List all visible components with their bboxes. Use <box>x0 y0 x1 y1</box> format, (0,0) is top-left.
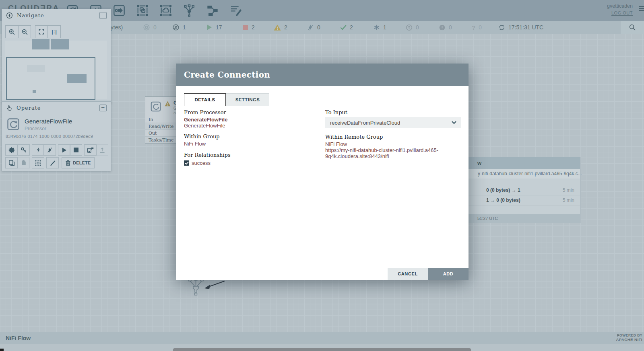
hand-icon <box>6 105 12 111</box>
zoom-actual-size-button[interactable]: |:| <box>48 25 61 38</box>
connection-destination-column: To Input receiveDataFromPrivateCloud Wit… <box>325 109 461 159</box>
create-connection-dialog: Create Connection DETAILS SETTINGS From … <box>176 64 469 280</box>
selected-component-id[interactable]: 83490d76-0174-1000-0000-000072b9dec9 <box>6 134 93 139</box>
success-checkbox[interactable] <box>184 160 189 166</box>
locally-modified-icon <box>374 24 380 31</box>
enable-button[interactable] <box>32 144 44 156</box>
stopped-count: 2 <box>252 24 255 31</box>
sync-failure-count: 0 <box>479 24 482 31</box>
copy-button[interactable] <box>5 157 18 168</box>
navigate-panel: Navigate − |:| <box>2 9 111 103</box>
to-input-select[interactable]: receiveDataFromPrivateCloud <box>325 117 461 128</box>
remote-group-url: https://my-nifi-datahub-cluster-nifi1.pv… <box>325 147 464 159</box>
stop-button[interactable] <box>70 144 82 156</box>
one-to-one-label: |:| <box>52 29 57 35</box>
delete-button[interactable]: DELETE <box>62 157 95 168</box>
tab-details[interactable]: DETAILS <box>184 93 226 106</box>
group-selection-icon <box>35 160 41 166</box>
dialog-body: DETAILS SETTINGS From Processor Generate… <box>176 86 469 280</box>
selected-component-type: Processor <box>25 126 46 131</box>
powered-by-line1: POWERED BY <box>616 333 643 337</box>
minimap-block <box>33 90 36 93</box>
zoom-in-button[interactable] <box>5 25 18 38</box>
not-transmitting-status: 1 <box>172 21 186 34</box>
cancel-button[interactable]: CANCEL <box>388 268 428 280</box>
collapse-operate-button[interactable]: − <box>99 105 107 111</box>
access-policies-button[interactable] <box>17 144 30 156</box>
sent-window: 5 min <box>563 187 574 193</box>
relationship-name: success <box>192 160 211 166</box>
process-group-icon[interactable] <box>136 4 149 17</box>
selected-component-name: GenerateFlowFile <box>25 118 72 125</box>
locally-modified-count: 1 <box>383 24 386 31</box>
minimap-block <box>32 39 50 49</box>
create-template-button[interactable] <box>84 144 97 156</box>
upload-template-button[interactable] <box>96 144 108 156</box>
chevron-down-icon <box>451 121 457 125</box>
remote-group-url: y-nifi-datahub-cluster-nifi1.pvillard.a4… <box>478 171 582 177</box>
fill-color-button[interactable] <box>46 157 59 168</box>
delete-label: DELETE <box>73 160 91 165</box>
stop-icon <box>73 147 79 153</box>
slashed-lightning-icon <box>47 147 53 153</box>
collapse-navigate-button[interactable]: − <box>99 12 107 19</box>
navigate-tools: |:| <box>5 25 61 38</box>
footer-bar: NiFi Flow POWERED BY APACHE NIFI <box>0 332 644 344</box>
within-group-label: Within Group <box>184 133 317 140</box>
relationship-row: success <box>184 160 317 166</box>
breadcrumb[interactable]: NiFi Flow <box>6 335 31 341</box>
sync-failure-status: ? 0 <box>472 21 482 34</box>
navigate-title: Navigate <box>17 12 44 18</box>
refresh-icon[interactable] <box>498 24 505 31</box>
remote-group-title: w <box>477 160 481 166</box>
powered-by-line2: APACHE NIFI <box>616 337 643 342</box>
minimap-block <box>67 74 87 83</box>
zoom-fit-button[interactable] <box>35 25 48 38</box>
to-input-label: To Input <box>325 109 461 115</box>
global-menu-icon[interactable] <box>639 6 644 12</box>
remote-group-refreshed: 51:27 UTC <box>477 216 498 221</box>
brush-icon <box>49 160 56 166</box>
remote-process-group-icon[interactable] <box>159 4 173 17</box>
warning-icon <box>165 101 171 107</box>
processor-icon <box>6 117 21 131</box>
powered-by: POWERED BY APACHE NIFI <box>616 333 643 342</box>
stale-icon <box>406 24 413 31</box>
refresh-time: 17:51:31 UTC <box>508 24 543 31</box>
up-to-date-count: 2 <box>350 24 353 31</box>
compass-icon <box>6 12 13 19</box>
invalid-status: 2 <box>274 21 287 34</box>
group-button[interactable] <box>32 157 44 168</box>
not-transmitting-count: 1 <box>183 24 186 31</box>
refresh-status: 17:51:31 UTC <box>498 21 543 34</box>
transmitting-status: 0 <box>143 21 157 34</box>
copy-icon <box>8 160 15 166</box>
key-icon <box>21 147 27 153</box>
add-button[interactable]: ADD <box>428 268 469 280</box>
birdseye-minimap[interactable] <box>5 41 107 99</box>
disable-button[interactable] <box>43 144 56 156</box>
username: gvetticaden <box>607 3 633 9</box>
funnel-icon[interactable] <box>182 4 196 17</box>
paste-button[interactable] <box>17 157 30 168</box>
transmitting-count: 0 <box>153 24 157 31</box>
start-button[interactable] <box>58 144 70 156</box>
output-port-icon[interactable] <box>112 4 126 17</box>
operate-header: Operate − <box>2 102 111 114</box>
template-icon[interactable] <box>206 4 219 17</box>
processor-icon <box>150 101 162 113</box>
not-transmitting-icon <box>172 24 180 31</box>
trash-icon <box>65 160 71 166</box>
paste-icon <box>21 160 27 166</box>
from-processor-type: GenerateFlowFile <box>184 123 317 129</box>
configure-button[interactable] <box>5 144 18 156</box>
locally-modified-stale-icon <box>439 24 446 31</box>
search-button[interactable] <box>621 21 644 34</box>
running-status: 17 <box>206 21 222 34</box>
tab-settings[interactable]: SETTINGS <box>226 93 269 106</box>
minimap-viewport[interactable] <box>6 57 95 100</box>
label-icon[interactable] <box>229 4 243 17</box>
stale-status: 0 <box>406 21 419 34</box>
logout-link[interactable]: LOG OUT <box>607 10 633 15</box>
zoom-out-button[interactable] <box>18 25 31 38</box>
